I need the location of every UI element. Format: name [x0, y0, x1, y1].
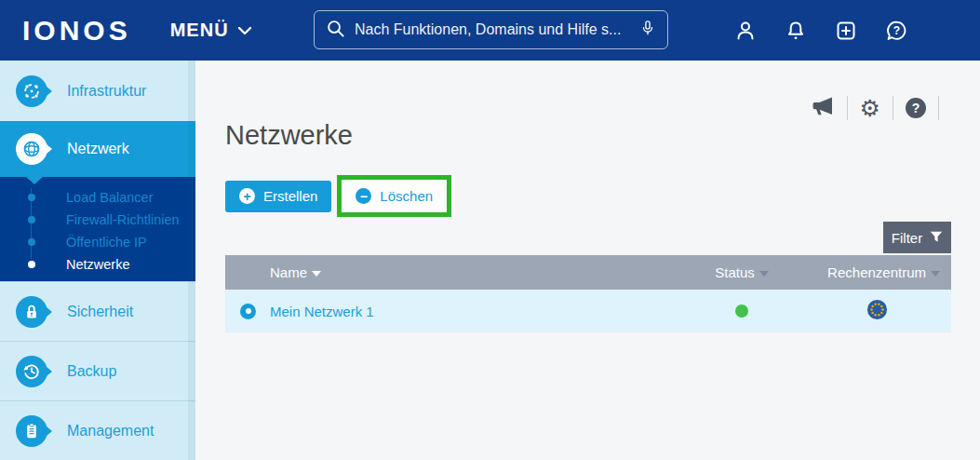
- minus-circle-icon: −: [356, 188, 371, 204]
- submenu-item-label: Load Balancer: [66, 190, 154, 205]
- row-name-cell: Mein Netzwerk 1: [270, 304, 681, 319]
- divider: [893, 96, 893, 120]
- submenu-item-firewall-richtlinien[interactable]: Firewall-Richtlinien: [0, 209, 195, 231]
- table-header: Name Status Rechenzentrum: [225, 255, 951, 290]
- delete-button[interactable]: − Löschen: [342, 180, 447, 212]
- netzwerk-submenu: Load Balancer Firewall-Richtlinien Öffen…: [0, 177, 195, 281]
- backup-clock-icon: [16, 356, 47, 387]
- sidebar-item-management[interactable]: Management: [0, 400, 195, 460]
- help-circle-icon[interactable]: ?: [906, 98, 926, 118]
- security-lock-icon: [16, 296, 47, 328]
- gear-icon[interactable]: ⚙: [860, 97, 880, 119]
- divider: [847, 96, 848, 120]
- sidebar-item-netzwerk[interactable]: Netzwerk: [0, 121, 195, 177]
- annotation-highlight-delete: − Löschen: [337, 175, 451, 217]
- help-chat-icon[interactable]: ?: [885, 20, 907, 42]
- row-select-cell: [225, 304, 270, 319]
- header-name[interactable]: Name: [270, 264, 681, 280]
- submenu-item-netzwerke[interactable]: Netzwerke: [0, 253, 195, 276]
- header-status[interactable]: Status: [681, 264, 802, 280]
- ionos-logo: IONOS: [22, 15, 131, 47]
- submenu-item-oeffentliche-ip[interactable]: Öffentliche IP: [0, 231, 195, 253]
- sidebar-item-infrastruktur[interactable]: Infrastruktur: [0, 61, 195, 121]
- sort-arrow-icon: [759, 271, 769, 277]
- user-icon[interactable]: [734, 20, 757, 42]
- radio-selected[interactable]: [240, 304, 256, 319]
- sort-arrow-icon: [312, 271, 321, 277]
- content-header-icons: ⚙ ?: [811, 96, 951, 120]
- add-panel-icon[interactable]: [835, 20, 857, 42]
- header-status-label: Status: [715, 264, 755, 280]
- divider: [938, 96, 939, 120]
- header-rechenzentrum-label: Rechenzentrum: [827, 264, 926, 280]
- submenu-item-load-balancer[interactable]: Load Balancer: [0, 186, 195, 209]
- search-icon: [326, 19, 345, 42]
- eu-flag-icon: [866, 299, 888, 324]
- management-clipboard-icon: [16, 415, 47, 447]
- row-status-cell: [681, 304, 802, 318]
- status-ok-icon: [735, 304, 748, 318]
- chevron-down-icon: [237, 20, 252, 41]
- delete-button-label: Löschen: [380, 188, 433, 204]
- header-rechenzentrum[interactable]: Rechenzentrum: [802, 264, 951, 280]
- sidebar-item-label: Sicherheit: [67, 304, 133, 320]
- filter-funnel-icon: [930, 230, 943, 246]
- menu-button[interactable]: MENÜ: [170, 20, 252, 41]
- filter-button[interactable]: Filter: [883, 222, 951, 253]
- bullet-icon: [28, 194, 35, 201]
- sidebar-item-label: Management: [67, 423, 154, 440]
- sidebar-item-label: Backup: [67, 363, 116, 380]
- submenu-item-label: Öffentliche IP: [66, 235, 147, 250]
- submenu-item-label: Firewall-Richtlinien: [66, 212, 180, 227]
- bullet-icon: [28, 238, 35, 246]
- megaphone-icon[interactable]: [811, 96, 835, 120]
- global-search[interactable]: [314, 10, 668, 49]
- sort-arrow-icon: [931, 271, 940, 277]
- topbar: IONOS MENÜ ?: [0, 0, 980, 61]
- svg-text:?: ?: [893, 24, 900, 37]
- create-button-label: Erstellen: [263, 188, 317, 204]
- menu-button-label: MENÜ: [170, 20, 229, 41]
- bullet-icon: [28, 216, 35, 223]
- page-title: Netzwerke: [225, 120, 353, 151]
- sidebar-item-label: Infrastruktur: [67, 83, 146, 100]
- plus-circle-icon: +: [239, 188, 255, 204]
- microphone-icon[interactable]: [639, 17, 656, 43]
- toolbar: + Erstellen − Löschen: [225, 175, 451, 217]
- row-rechenzentrum-cell: [802, 299, 951, 324]
- topbar-actions: ?: [734, 0, 907, 61]
- header-name-label: Name: [270, 264, 307, 280]
- create-button[interactable]: + Erstellen: [225, 181, 331, 212]
- notifications-bell-icon[interactable]: [785, 20, 807, 42]
- network-name-link[interactable]: Mein Netzwerk 1: [270, 304, 374, 319]
- sidebar-item-sicherheit[interactable]: Sicherheit: [0, 281, 195, 341]
- search-input[interactable]: [355, 21, 630, 38]
- sidebar-item-backup[interactable]: Backup: [0, 341, 195, 400]
- bullet-icon: [28, 261, 35, 268]
- filter-button-label: Filter: [892, 230, 922, 246]
- main-content: ⚙ ? Netzwerke + Erstellen − Löschen Filt…: [195, 61, 980, 460]
- table-row[interactable]: Mein Netzwerk 1: [225, 290, 951, 332]
- infrastructure-icon: [16, 75, 47, 107]
- sidebar: Infrastruktur Netzwerk Load Balancer Fir…: [0, 61, 195, 460]
- submenu-item-label: Netzwerke: [66, 257, 130, 272]
- network-globe-icon: [16, 133, 47, 165]
- sidebar-item-label: Netzwerk: [67, 141, 129, 157]
